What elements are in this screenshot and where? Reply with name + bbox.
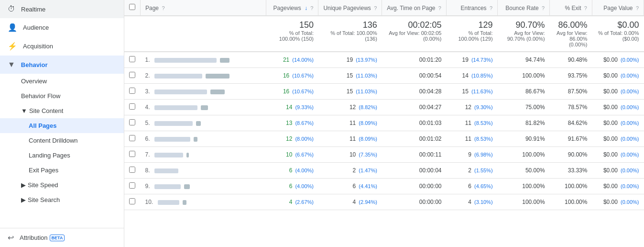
page-cell[interactable]: 7.: [141, 147, 266, 163]
sidebar-item-audience[interactable]: 👤 Audience: [0, 18, 124, 37]
row-checkbox-cell[interactable]: [124, 100, 141, 115]
page-help-icon[interactable]: ?: [162, 5, 164, 11]
entr-value: 12: [465, 104, 471, 111]
row-checkbox[interactable]: [129, 135, 135, 141]
row-checkbox[interactable]: [129, 167, 135, 173]
sidebar-item-landing-pages[interactable]: Landing Pages: [0, 148, 124, 163]
unique-pv-cell: 15 (11.03%): [318, 68, 382, 84]
page-cell[interactable]: 8.: [141, 163, 266, 179]
page-value-cell: $0.00 (0.00%): [592, 131, 644, 147]
row-number: 7.: [145, 151, 150, 158]
avg-time-cell: 00:01:03: [382, 115, 447, 131]
avg-time-cell: 00:01:02: [382, 131, 447, 147]
row-checkbox[interactable]: [129, 72, 135, 78]
exit-value: 91.67%: [568, 135, 588, 142]
row-checkbox[interactable]: [129, 88, 135, 94]
pv-pct: (10.67%): [291, 89, 314, 94]
row-checkbox[interactable]: [129, 56, 135, 62]
upv-value: 15: [347, 72, 353, 79]
pct-exit-cell: 78.57%: [550, 100, 592, 115]
dollar-value: $0.00: [603, 120, 618, 126]
entr-value: 6: [468, 183, 471, 190]
pv-value: 13: [286, 120, 292, 126]
sidebar-item-content-drilldown[interactable]: Content Drilldown: [0, 133, 124, 148]
pv-help-icon[interactable]: ?: [310, 5, 313, 11]
attribution-icon: ↩: [8, 233, 14, 242]
row-checkbox[interactable]: [129, 151, 135, 157]
page-cell[interactable]: 3.: [141, 84, 266, 100]
table-row: 1. 21 (14.00%)19 (13.97%)00:01:2019 (14.…: [124, 52, 644, 68]
page-cell[interactable]: 1.: [141, 52, 266, 68]
row-checkbox-cell[interactable]: [124, 68, 141, 84]
select-all-checkbox[interactable]: [129, 4, 135, 10]
row-checkbox[interactable]: [129, 182, 135, 189]
entr-value: 11: [465, 120, 471, 126]
avg-time-help-icon[interactable]: ?: [438, 5, 441, 11]
bounce-help-icon[interactable]: ?: [542, 5, 545, 11]
pv-pct: (6.67%): [294, 152, 314, 157]
sidebar-item-attribution[interactable]: ↩ Attribution BETA: [0, 228, 124, 247]
page-url-bar1: [154, 105, 197, 110]
page-cell[interactable]: 2.: [141, 68, 266, 84]
entrances-cell: 19 (14.73%): [446, 52, 497, 68]
page-cell[interactable]: 6.: [141, 131, 266, 147]
time-value: 00:04:27: [419, 104, 442, 111]
summary-pageviews: 150 % of Total: 100.00% (150): [266, 16, 318, 52]
sidebar-item-site-speed[interactable]: ▶ Site Speed: [0, 178, 124, 192]
upv-help-icon[interactable]: ?: [374, 5, 377, 11]
upv-value: 11: [349, 135, 356, 142]
row-number: 6.: [145, 135, 150, 142]
row-checkbox-cell[interactable]: [124, 179, 141, 194]
row-checkbox-cell[interactable]: [124, 131, 141, 147]
upv-pct: (13.97%): [354, 57, 377, 63]
page-value-cell: $0.00 (0.00%): [592, 115, 644, 131]
sidebar-item-site-content[interactable]: ▼ Site Content: [0, 103, 124, 118]
pv-value: 16: [283, 72, 289, 79]
dollar-pct: (0.00%): [619, 120, 639, 126]
row-checkbox[interactable]: [129, 119, 135, 125]
entr-pct: (10.85%): [470, 73, 493, 79]
row-checkbox[interactable]: [129, 198, 135, 204]
dollar-pct: (0.00%): [619, 183, 639, 189]
sidebar-item-site-search[interactable]: ▶ Site Search: [0, 192, 124, 207]
row-checkbox-cell[interactable]: [124, 84, 141, 100]
sidebar-item-behavior-flow[interactable]: Behavior Flow: [0, 89, 124, 103]
row-checkbox[interactable]: [129, 103, 135, 110]
row-checkbox-cell[interactable]: [124, 163, 141, 179]
page-cell[interactable]: 9.: [141, 179, 266, 194]
entr-help-icon[interactable]: ?: [490, 5, 492, 11]
time-value: 00:04:28: [419, 88, 442, 95]
exit-value: 87.50%: [568, 88, 588, 95]
sidebar-item-behavior[interactable]: ▼ Behavior: [0, 56, 124, 74]
dollar-value: $0.00: [603, 151, 618, 158]
pv2-help-icon[interactable]: ?: [636, 5, 639, 11]
pct-exit-cell: 93.75%: [550, 68, 592, 84]
page-cell[interactable]: 5.: [141, 115, 266, 131]
page-url-bar2: [201, 105, 208, 110]
page-url-bar1: [154, 121, 193, 126]
exit-help-icon[interactable]: ?: [584, 5, 587, 11]
page-cell[interactable]: 4.: [141, 100, 266, 115]
row-checkbox-cell[interactable]: [124, 115, 141, 131]
summary-entr-val: 129: [451, 20, 492, 30]
bounce-rate-cell: 50.00%: [498, 163, 550, 179]
page-cell[interactable]: 10.: [141, 194, 266, 210]
select-all-header[interactable]: [124, 0, 141, 16]
row-checkbox-cell[interactable]: [124, 52, 141, 68]
sidebar-item-acquisition[interactable]: ⚡ Acquisition: [0, 37, 124, 56]
pv-pct: (2.67%): [294, 199, 314, 205]
sidebar-item-all-pages[interactable]: All Pages: [0, 118, 124, 133]
sidebar-item-realtime[interactable]: ⏱ Realtime: [0, 0, 124, 18]
summary-bounce-val: 90.70%: [502, 20, 545, 30]
bounce-rate-cell: 100.00%: [498, 179, 550, 194]
pct-exit-cell: 90.00%: [550, 147, 592, 163]
entrances-col-label: Entrances: [461, 5, 487, 11]
sort-down-icon[interactable]: ↓: [305, 5, 307, 11]
sidebar-item-exit-pages[interactable]: Exit Pages: [0, 163, 124, 178]
time-value: 00:00:54: [419, 72, 442, 79]
all-pages-label: All Pages: [29, 122, 57, 129]
sidebar-item-overview[interactable]: Overview: [0, 74, 124, 89]
row-checkbox-cell[interactable]: [124, 147, 141, 163]
row-checkbox-cell[interactable]: [124, 194, 141, 210]
pct-exit-cell: 33.33%: [550, 163, 592, 179]
